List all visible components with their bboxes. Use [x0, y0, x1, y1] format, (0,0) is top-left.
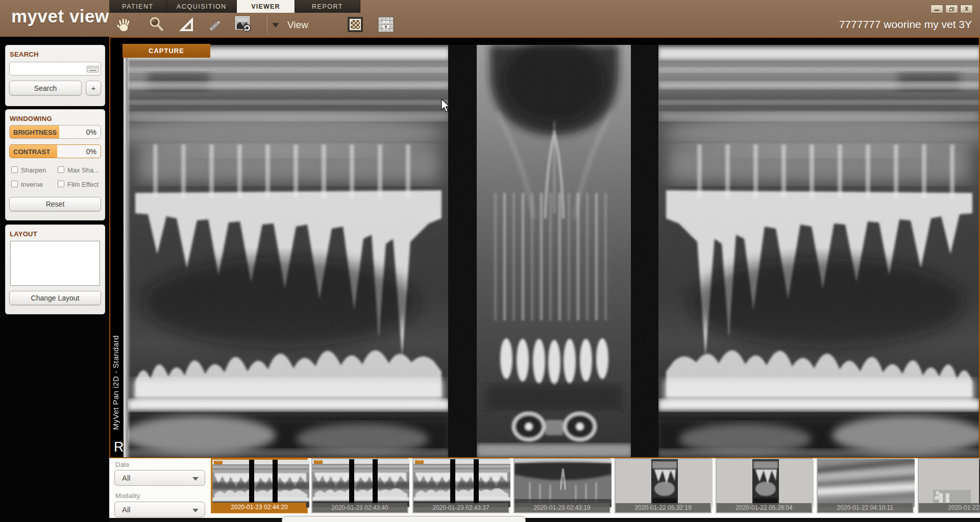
date-filter-dropdown[interactable]: All: [114, 470, 205, 486]
windowing-heading: WINDOWING: [10, 115, 105, 122]
series-marker: ···: [214, 461, 223, 464]
thumbnail-timestamp: 2020-01-23 02:43:37: [413, 503, 508, 512]
minimize-icon: [935, 10, 939, 11]
chevron-down-icon: [192, 477, 199, 481]
series-marker: ···: [415, 460, 424, 464]
measure-set-square-icon[interactable]: [177, 15, 196, 34]
search-add-button[interactable]: +: [86, 81, 101, 95]
brightness-label: BRIGHTNESS: [13, 129, 57, 136]
date-filter-value: All: [122, 474, 131, 482]
zoom-magnifier-icon[interactable]: [147, 15, 166, 34]
thumbnail-item[interactable]: 2020-01-22 05:28:04: [716, 458, 813, 513]
inverse-checkbox[interactable]: [11, 181, 18, 187]
view-dropdown-label: View: [287, 19, 308, 31]
restore-button[interactable]: [945, 5, 958, 13]
layout-panel: LAYOUT Change Layout: [5, 225, 105, 314]
image-rotate-icon[interactable]: [234, 15, 253, 34]
film-effect-checkbox[interactable]: [58, 181, 64, 187]
thumbnail-scrollbar-track[interactable]: [109, 518, 980, 522]
pause-icon: [946, 493, 949, 503]
sharpen-checkbox[interactable]: [11, 166, 18, 173]
view-dropdown[interactable]: View: [272, 19, 308, 31]
checkbox-row: Sharpen Max Sha...: [5, 166, 105, 174]
modality-filter-label: Modality: [115, 492, 140, 500]
inverse-label: Inverse: [21, 181, 43, 188]
thumbnail-timestamp: 2020-01-22 05:28:04: [717, 503, 812, 512]
contrast-label: CONTRAST: [13, 148, 50, 156]
main-tabs: PATIENT ACQUISITION VIEWER REPORT: [109, 0, 360, 13]
contrast-slider[interactable]: CONTRAST 0%: [9, 144, 101, 158]
search-button[interactable]: Search: [9, 81, 82, 95]
app-logo: myvet view: [11, 6, 109, 27]
search-panel: SEARCH Search +: [5, 45, 105, 106]
toolbar-separator: [267, 14, 267, 35]
series-label: MyVet Pan i2D - Standard: [111, 335, 120, 430]
checkbox-row: Inverse Film Effect: [5, 181, 105, 188]
change-layout-button[interactable]: Change Layout: [9, 291, 101, 305]
thumbnail-item[interactable]: 2020-01-23 02:43:19: [513, 458, 610, 513]
modality-filter-value: All: [122, 505, 131, 514]
patient-info: 7777777 woorine my vet 3Y: [839, 18, 972, 31]
reset-button[interactable]: Reset: [9, 197, 101, 211]
layout-preview-box[interactable]: [10, 241, 100, 286]
thumbnail-item[interactable]: ··· 2020-01-23 02:44:20: [211, 458, 308, 513]
tab-patient[interactable]: PATIENT: [109, 0, 167, 13]
film-effect-label: Film Effect: [67, 181, 99, 188]
thumbnail-scrollbar-thumb[interactable]: [282, 516, 526, 522]
brightness-slider[interactable]: BRIGHTNESS 0%: [9, 125, 101, 139]
sidebar: SEARCH Search + WINDOWING BRIGHTNESS: [0, 37, 109, 522]
thumbnail-item[interactable]: 2020-01-22 04:10:11: [817, 458, 914, 513]
thumbnail-timestamp: 2020-01-23 02:43:19: [514, 503, 609, 512]
minimize-button[interactable]: [930, 5, 943, 13]
thumbnail-item[interactable]: ··· 2020-01-23 02:43:40: [311, 458, 408, 513]
thumbnail-item[interactable]: ··· 2020-01-23 02:43:37: [412, 458, 509, 513]
chevron-down-icon: [192, 509, 199, 512]
mouse-cursor: [440, 98, 451, 115]
tab-report[interactable]: REPORT: [295, 0, 360, 13]
application-window: myvet view PATIENT ACQUISITION VIEWER RE…: [0, 0, 980, 522]
sharpen-label: Sharpen: [21, 166, 46, 174]
pan-hand-icon[interactable]: [114, 15, 134, 34]
windowing-panel: WINDOWING BRIGHTNESS 0% CONTRAST 0% Shar…: [5, 109, 105, 220]
layout-heading: LAYOUT: [10, 230, 105, 238]
keyboard-icon[interactable]: [87, 65, 99, 74]
window-controls: X: [930, 5, 973, 13]
modality-filter-dropdown[interactable]: All: [114, 502, 205, 517]
thumbnail-timestamp: 2020-01-23 02:44:20: [212, 503, 306, 512]
chevron-down-icon: [272, 23, 279, 28]
annotate-pencil-icon[interactable]: [206, 15, 225, 34]
image-viewer: MyVet Pan i2D - Standard R CAPTURE: [109, 37, 980, 458]
max-sharpen-label: Max Sha...: [67, 166, 99, 174]
series-marker: ···: [314, 460, 323, 464]
titlebar: myvet view PATIENT ACQUISITION VIEWER RE…: [0, 0, 980, 37]
tile-checker-icon[interactable]: [346, 15, 365, 34]
contrast-value: 0%: [86, 147, 96, 156]
thumbnail-timestamp: 2020-01-22 0: [919, 503, 980, 512]
capture-tab[interactable]: CAPTURE: [122, 44, 210, 58]
xray-image[interactable]: [124, 45, 979, 457]
date-filter-label: Date: [115, 461, 129, 468]
series-strip: MyVet Pan i2D - Standard R: [110, 38, 124, 457]
orientation-marker-r: R: [114, 439, 124, 455]
thumbnail-item[interactable]: 2020-01-22 05:32:19: [615, 458, 712, 513]
close-button[interactable]: X: [960, 5, 973, 13]
thumbnail-item[interactable]: 2020-01-22 0: [918, 458, 980, 513]
person-icon: [933, 490, 942, 500]
tab-acquisition[interactable]: ACQUISITION: [167, 0, 237, 13]
study-browser: Date All Modality All ··· 2020-01-23 02:…: [109, 458, 980, 522]
search-heading: SEARCH: [10, 51, 105, 58]
thumbnail-timestamp: 2020-01-22 04:10:11: [818, 503, 913, 512]
tab-viewer[interactable]: VIEWER: [237, 0, 295, 13]
restore-icon: [949, 7, 954, 11]
brightness-value: 0%: [86, 128, 96, 136]
thumbnail-timestamp: 2020-01-23 02:43:40: [312, 503, 407, 512]
max-sharpen-checkbox[interactable]: [58, 166, 64, 173]
thumbnail-timestamp: 2020-01-22 05:32:19: [616, 503, 710, 512]
thumbnail-gallery-icon[interactable]: [376, 15, 396, 34]
